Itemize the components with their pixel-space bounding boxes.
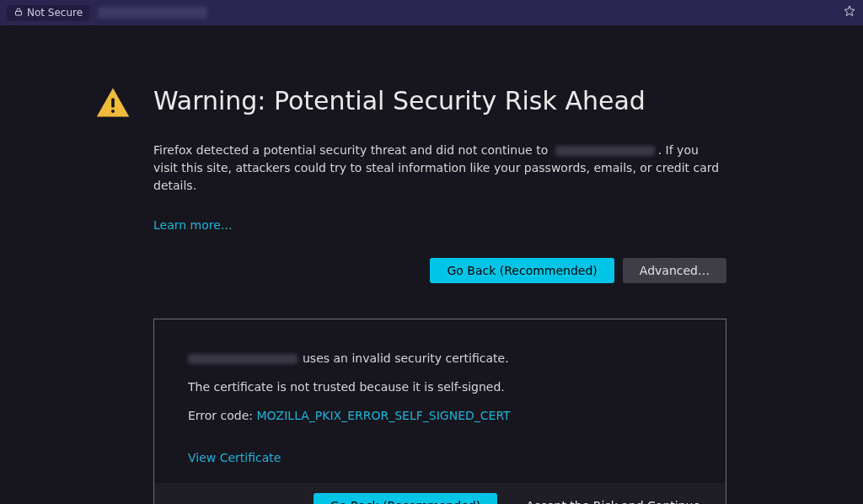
security-indicator[interactable]: Not Secure [7,5,89,21]
warning-triangle-icon [94,84,131,125]
svg-marker-1 [844,6,855,16]
advanced-button[interactable]: Advanced… [623,258,726,283]
accept-risk-button[interactable]: Accept the Risk and Continue [517,493,709,504]
cert-selfsigned-line: The certificate is not trusted because i… [188,380,692,394]
advanced-panel: uses an invalid security certificate. Th… [153,319,726,504]
error-code-link[interactable]: MOZILLA_PKIX_ERROR_SELF_SIGNED_CERT [257,409,511,422]
address-bar: Not Secure [0,0,863,25]
svg-rect-0 [16,11,22,15]
svg-point-3 [111,110,115,113]
error-code-label: Error code: [188,409,257,422]
svg-rect-2 [111,99,115,108]
learn-more-link[interactable]: Learn more… [153,218,233,232]
hostname-redacted-2 [188,354,297,364]
lock-icon [13,7,24,19]
warning-title: Warning: Potential Security Risk Ahead [153,86,646,115]
go-back-button-2[interactable]: Go Back (Recommended) [314,493,497,504]
cert-invalid-line: uses an invalid security certificate. [188,351,692,365]
advanced-footer: Go Back (Recommended) Accept the Risk an… [154,483,726,504]
security-label: Not Secure [27,7,83,19]
error-code-line: Error code: MOZILLA_PKIX_ERROR_SELF_SIGN… [188,409,692,422]
warning-description: Firefox detected a potential security th… [153,142,726,195]
view-certificate-link[interactable]: View Certificate [188,451,281,464]
cert-invalid-text: uses an invalid security certificate. [303,351,509,365]
warning-page: Warning: Potential Security Risk Ahead F… [0,25,863,504]
go-back-button[interactable]: Go Back (Recommended) [430,258,614,283]
url-redacted [98,7,207,19]
warning-desc-before: Firefox detected a potential security th… [153,143,548,157]
button-row: Go Back (Recommended) Advanced… [153,258,726,283]
bookmark-star-icon[interactable] [843,4,856,21]
hostname-redacted [555,146,655,156]
